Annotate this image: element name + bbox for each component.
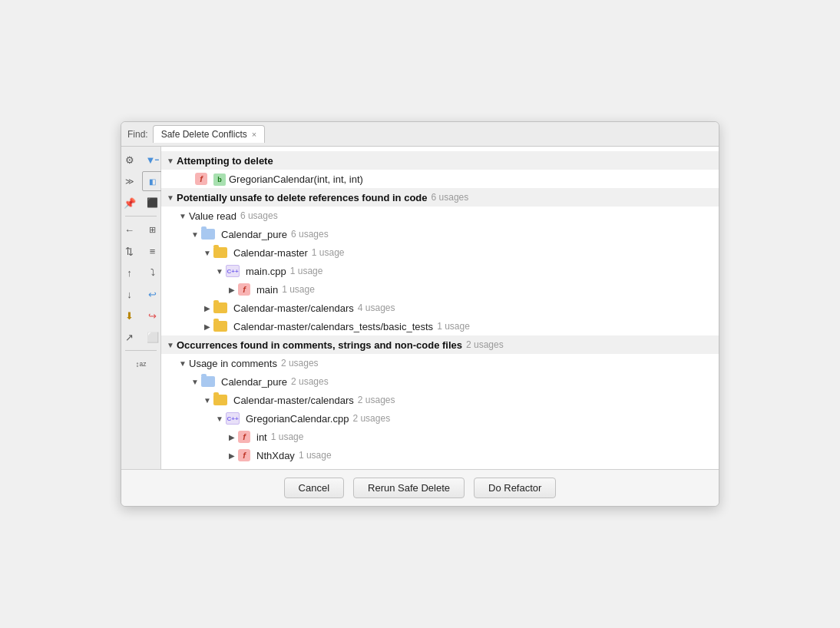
calendars-node[interactable]: Calendar-master/calendars 4 usages [161, 299, 719, 317]
separator-2 [125, 350, 157, 351]
pin-btn[interactable]: 📌 [119, 193, 141, 213]
toolbar: ⚙ ▼━ ≫ ◧ 📌 ⬛ ← ⊞ ⇅ ≡ ↑ ⤵ [121, 147, 161, 469]
cpp-icon-1: C++ [226, 265, 240, 277]
basic-tests-count: 1 usage [437, 321, 470, 332]
sort-btn[interactable]: ↕az [131, 354, 152, 374]
f-icon: f [195, 173, 207, 185]
f-icon-int: f [238, 431, 250, 443]
section-occurrences[interactable]: Occurrences found in comments, strings a… [161, 335, 719, 354]
nthxday-func-text: NthXday [256, 450, 295, 461]
toolbar-row-9: ↗ ⬜ [119, 327, 164, 347]
calendars-node-2[interactable]: Calendar-master/calendars 2 usages [161, 391, 719, 409]
int-func-arrow [226, 431, 238, 443]
toolbar-row-10: ↕az [131, 354, 152, 374]
cpp-icon-2: C++ [226, 412, 240, 425]
main-func-node[interactable]: f main 1 usage [161, 280, 719, 299]
main-cpp-node[interactable]: C++ main.cpp 1 usage [161, 262, 719, 280]
section3-label: Occurrences found in comments, strings a… [177, 339, 462, 351]
module-icon: b [213, 173, 226, 186]
folder-icon-2 [213, 302, 227, 313]
section-attempting-to-delete[interactable]: Attempting to delete [161, 151, 719, 170]
rerun-button[interactable]: Rerun Safe Delete [353, 478, 465, 498]
settings-btn[interactable]: ⚙ [119, 150, 141, 170]
frame-btn[interactable]: ⬛ [142, 193, 164, 213]
basic-tests-text: Calendar-master/calendars_tests/basic_te… [233, 321, 433, 332]
gregorian-cpp-text: GregorianCalendar.cpp [246, 413, 349, 425]
calendar-pure-count-2: 2 usages [291, 376, 329, 387]
download-btn[interactable]: ⬇ [119, 306, 141, 326]
down-btn[interactable]: ↓ [119, 284, 141, 304]
jump-btn[interactable]: ⤵ [142, 263, 164, 283]
tree-area[interactable]: Attempting to delete f b GregorianCalend… [161, 147, 719, 469]
export-btn[interactable]: ↗ [119, 327, 141, 347]
ref-out-btn[interactable]: ↪ [142, 306, 164, 326]
int-func-node[interactable]: f int 1 usage [161, 428, 719, 446]
calendar-pure-node-1[interactable]: Calendar_pure 6 usages [161, 225, 719, 243]
folder-icon-3 [213, 321, 227, 332]
section1-label: Attempting to delete [177, 155, 273, 167]
match-case-btn[interactable]: ◧ [142, 171, 164, 191]
gregorian-calendar-node[interactable]: f b GregorianCalendar(int, int, int) [161, 170, 719, 188]
back-btn[interactable]: ← [119, 220, 141, 240]
value-read-count: 6 usages [240, 210, 278, 221]
separator-1 [125, 216, 157, 216]
bottom-bar: Cancel Rerun Safe Delete Do Refactor [121, 469, 719, 506]
cal-pure-2-arrow [189, 375, 201, 388]
toolbar-row-6: ↑ ⤵ [119, 263, 164, 283]
basic-tests-arrow [201, 320, 213, 332]
usage-comments-count: 2 usages [281, 358, 319, 369]
usage-comments-text: Usage in comments [189, 358, 277, 369]
calendar-pure-count-1: 6 usages [291, 229, 329, 240]
section2-arrow [164, 191, 177, 203]
usage-comments-arrow [177, 357, 189, 369]
value-read-arrow [177, 210, 189, 222]
calendar-master-node[interactable]: Calendar-master 1 usage [161, 243, 719, 262]
cal-master-arrow [201, 246, 213, 259]
section-potentially-unsafe[interactable]: Potentially unsafe to delete references … [161, 188, 719, 207]
calendar-master-text: Calendar-master [233, 247, 308, 259]
filter-btn[interactable]: ▼━ [142, 150, 164, 170]
folder-icon-1 [213, 247, 227, 258]
cancel-button[interactable]: Cancel [284, 478, 344, 498]
flat-btn[interactable]: ≡ [142, 241, 164, 261]
refactor-button[interactable]: Do Refactor [474, 478, 556, 498]
main-cpp-count: 1 usage [290, 266, 323, 276]
folder-icon-4 [213, 395, 227, 405]
folder-blue-icon-2 [201, 376, 215, 387]
toolbar-row-4: ← ⊞ [119, 220, 164, 240]
calendar-master-count: 1 usage [312, 247, 345, 258]
calendar-pure-text-1: Calendar_pure [221, 229, 287, 240]
safe-delete-tab[interactable]: Safe Delete Conflicts × [153, 125, 266, 143]
gregorian-cpp-count: 2 usages [352, 413, 390, 424]
main-cpp-text: main.cpp [246, 266, 286, 277]
int-func-count: 1 usage [271, 431, 304, 442]
gregorian-calendar-text: GregorianCalendar(int, int, int) [229, 174, 363, 185]
nthxday-func-arrow [226, 449, 238, 461]
nthxday-func-node[interactable]: f NthXday 1 usage [161, 446, 719, 464]
tab-close-btn[interactable]: × [252, 131, 256, 139]
main-func-text: main [256, 284, 278, 296]
step-over-btn[interactable]: ≫ [119, 171, 141, 191]
nthxday-func-count: 1 usage [299, 450, 332, 461]
group-btn[interactable]: ⊞ [142, 220, 164, 240]
value-read-text: Value read [189, 210, 236, 222]
section1-arrow [164, 154, 177, 167]
ref-in-btn[interactable]: ↩ [142, 284, 164, 304]
value-read-node[interactable]: Value read 6 usages [161, 207, 719, 225]
main-func-count: 1 usage [282, 284, 315, 295]
cal-pure-1-arrow [189, 228, 201, 240]
window-btn[interactable]: ⬜ [142, 327, 164, 347]
section3-count: 2 usages [466, 339, 504, 350]
f-icon-nthxday: f [238, 449, 250, 461]
gregorian-cpp-node[interactable]: C++ GregorianCalendar.cpp 2 usages [161, 409, 719, 428]
expand-btn[interactable]: ⇅ [119, 241, 141, 261]
up-btn[interactable]: ↑ [119, 263, 141, 283]
toolbar-row-2: ≫ ◧ [119, 171, 164, 191]
calendars-text-2: Calendar-master/calendars [233, 395, 354, 406]
calendar-pure-node-2[interactable]: Calendar_pure 2 usages [161, 372, 719, 391]
usage-comments-node[interactable]: Usage in comments 2 usages [161, 354, 719, 372]
toolbar-row-7: ↓ ↩ [119, 284, 164, 304]
section2-count: 6 usages [432, 192, 469, 203]
folder-blue-icon-1 [201, 229, 215, 240]
basic-tests-node[interactable]: Calendar-master/calendars_tests/basic_te… [161, 317, 719, 335]
